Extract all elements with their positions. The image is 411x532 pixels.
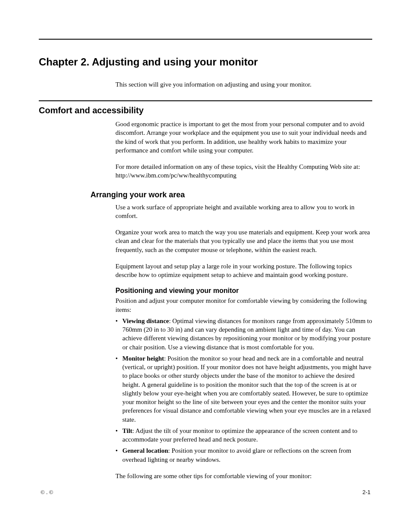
top-rule: [39, 39, 372, 40]
list-item: •General location: Position your monitor…: [115, 446, 372, 464]
bullet-icon: •: [115, 317, 122, 325]
bullet-icon: •: [115, 426, 122, 435]
bullet-icon: •: [115, 446, 122, 455]
list-item-text: : Position the monitor so your head and …: [122, 355, 371, 423]
section-heading-comfort: Comfort and accessibility: [39, 106, 372, 115]
paragraph: Organize your work area to match the way…: [115, 228, 372, 254]
list-item-text: : Adjust the tilt of your monitor to opt…: [122, 427, 357, 443]
page-number: 2-1: [362, 489, 371, 496]
paragraph: For more detailed information on any of …: [115, 162, 372, 180]
paragraph: Equipment layout and setup play a large …: [115, 262, 372, 280]
list-item-label: General location: [122, 447, 168, 454]
chapter-title: Chapter 2. Adjusting and using your moni…: [39, 56, 372, 68]
paragraph: Position and adjust your computer monito…: [115, 296, 372, 314]
list-item: •Viewing distance: Optimal viewing dista…: [115, 317, 372, 352]
page-footer: © . © 2-1: [39, 489, 372, 496]
list-item: •Tilt: Adjust the tilt of your monitor t…: [115, 426, 372, 444]
section-rule: [39, 100, 372, 101]
subsection-heading-positioning: Positioning and viewing your monitor: [115, 287, 372, 295]
list-item: •Monitor height: Position the monitor so…: [115, 354, 372, 424]
list-item-label: Viewing distance: [122, 317, 169, 324]
footer-copyright: © . ©: [40, 489, 53, 496]
paragraph: Use a work surface of appropriate height…: [115, 203, 372, 221]
intro-paragraph: This section will give you information o…: [115, 81, 372, 88]
list-item-label: Tilt: [122, 427, 132, 434]
section-heading-arranging: Arranging your work area: [90, 190, 372, 199]
bullet-icon: •: [115, 354, 122, 363]
paragraph: The following are some other tips for co…: [115, 472, 372, 480]
bullet-list: •Viewing distance: Optimal viewing dista…: [115, 317, 372, 464]
paragraph: Good ergonomic practice is important to …: [115, 120, 372, 155]
list-item-label: Monitor height: [122, 355, 164, 362]
